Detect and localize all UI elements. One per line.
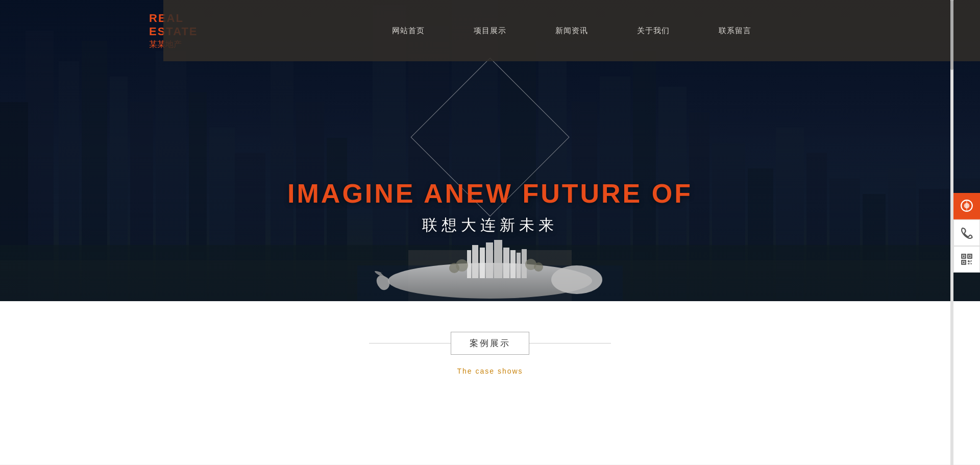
phone-button[interactable] [953, 219, 980, 246]
chat-button[interactable] [953, 193, 980, 219]
svg-rect-42 [480, 248, 485, 278]
header: REAL ESTATE 某某地产 网站首页 项目展示 新闻资讯 关于我们 联系留… [0, 0, 980, 61]
nav-item-about[interactable]: 关于我们 [612, 26, 694, 36]
svg-rect-46 [510, 250, 516, 278]
svg-rect-59 [969, 255, 970, 257]
svg-rect-63 [971, 260, 972, 261]
svg-rect-44 [494, 240, 502, 278]
section-line-left [369, 343, 451, 344]
svg-rect-65 [971, 263, 972, 264]
hero-section: REAL ESTATE 某某地产 网站首页 项目展示 新闻资讯 关于我们 联系留… [0, 0, 980, 301]
whale-sculpture [362, 199, 618, 301]
scrollbar-thumb[interactable] [950, 0, 953, 70]
svg-point-39 [551, 265, 602, 294]
nav-item-projects[interactable]: 项目展示 [449, 26, 531, 36]
section-subtitle: The case shows [457, 367, 523, 375]
section-line-right [529, 343, 611, 344]
logo-area: REAL ESTATE 某某地产 [0, 12, 143, 50]
svg-rect-57 [963, 255, 964, 257]
svg-rect-43 [486, 242, 493, 278]
nav-item-contact[interactable]: 联系留言 [694, 26, 776, 36]
svg-rect-62 [968, 260, 969, 262]
svg-rect-41 [472, 245, 478, 278]
whale-svg [373, 219, 607, 301]
chat-icon [960, 199, 973, 212]
svg-rect-47 [517, 253, 521, 278]
qr-icon [960, 253, 973, 266]
nav-item-news[interactable]: 新闻资讯 [531, 26, 612, 36]
section-title: 案例展示 [470, 338, 510, 348]
section-header: 案例展示 [369, 332, 611, 355]
qr-button[interactable] [953, 246, 980, 273]
nav-bar: 网站首页 项目展示 新闻资讯 关于我们 联系留言 [163, 0, 980, 61]
svg-rect-45 [503, 248, 509, 278]
svg-point-52 [534, 262, 543, 272]
svg-rect-61 [963, 261, 964, 263]
svg-rect-64 [968, 263, 969, 264]
nav-item-home[interactable]: 网站首页 [368, 26, 449, 36]
svg-point-50 [449, 263, 459, 273]
section-title-box: 案例展示 [451, 332, 529, 355]
side-buttons [953, 193, 980, 273]
phone-icon [960, 226, 973, 239]
bottom-section: 案例展示 The case shows [0, 301, 980, 464]
svg-rect-66 [969, 261, 970, 262]
